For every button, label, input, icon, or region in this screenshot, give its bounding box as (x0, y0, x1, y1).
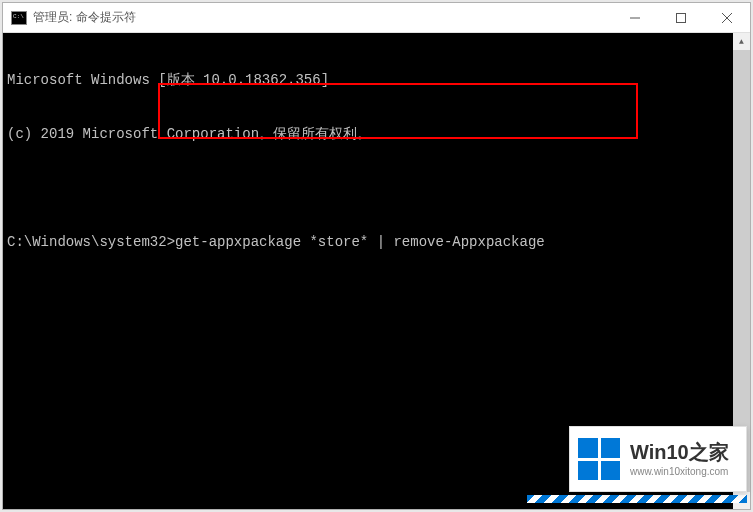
window-controls (612, 3, 750, 32)
command-text: get-appxpackage *store* | remove-Appxpac… (175, 234, 545, 250)
watermark-url: www.win10xitong.com (630, 465, 729, 479)
window-title: 管理员: 命令提示符 (33, 9, 612, 26)
scroll-up-button[interactable]: ▲ (733, 33, 750, 50)
minimize-button[interactable] (612, 3, 658, 32)
svg-rect-1 (677, 13, 686, 22)
windows-logo-icon (578, 438, 620, 480)
maximize-button[interactable] (658, 3, 704, 32)
prompt-path: C:\Windows\system32> (7, 234, 175, 250)
watermark-badge: Win10之家 www.win10xitong.com (569, 426, 747, 492)
watermark-text: Win10之家 www.win10xitong.com (630, 439, 729, 479)
titlebar[interactable]: 管理员: 命令提示符 (3, 3, 750, 33)
watermark-title: Win10之家 (630, 439, 729, 465)
copyright-line: (c) 2019 Microsoft Corporation。保留所有权利。 (7, 125, 746, 143)
version-line: Microsoft Windows [版本 10.0.18362.356] (7, 71, 746, 89)
blank-line (7, 179, 746, 197)
cmd-icon (11, 11, 27, 25)
watermark-stripe (527, 495, 747, 503)
close-button[interactable] (704, 3, 750, 32)
prompt-line: C:\Windows\system32>get-appxpackage *sto… (7, 233, 746, 251)
